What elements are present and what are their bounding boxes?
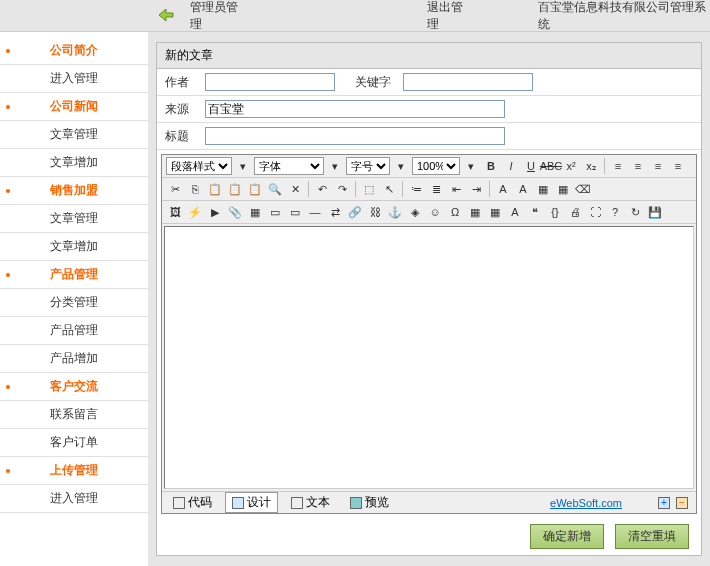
indent-icon[interactable]: ⇥ bbox=[467, 180, 485, 198]
italic-icon[interactable]: I bbox=[502, 157, 520, 175]
print-icon[interactable]: 🖨 bbox=[566, 203, 584, 221]
confirm-button[interactable]: 确定新增 bbox=[530, 524, 604, 549]
hilite-icon[interactable]: ▦ bbox=[554, 180, 572, 198]
cursor-icon[interactable]: ↖ bbox=[380, 180, 398, 198]
sidebar-item[interactable]: 产品增加 bbox=[0, 345, 148, 373]
source-input[interactable] bbox=[205, 100, 505, 118]
strike-icon[interactable]: ABC bbox=[542, 157, 560, 175]
about-icon[interactable]: ? bbox=[606, 203, 624, 221]
font-size-select[interactable]: 字号 bbox=[346, 157, 390, 175]
ul-icon[interactable]: ≣ bbox=[427, 180, 445, 198]
align-right-icon[interactable]: ≡ bbox=[649, 157, 667, 175]
mode-design[interactable]: 设计 bbox=[225, 492, 278, 513]
dropdown-icon[interactable]: ▾ bbox=[326, 157, 344, 175]
form-icon[interactable]: ▭ bbox=[266, 203, 284, 221]
collapse-icon[interactable]: − bbox=[676, 497, 688, 509]
design-mode-icon bbox=[232, 497, 244, 509]
symbol-icon[interactable]: Ω bbox=[446, 203, 464, 221]
art-icon[interactable]: A bbox=[506, 203, 524, 221]
sidebar-item[interactable]: 产品管理 bbox=[0, 261, 148, 289]
cut-icon[interactable]: ✂ bbox=[166, 180, 184, 198]
preview-mode-icon bbox=[350, 497, 362, 509]
select-icon[interactable]: ⬚ bbox=[360, 180, 378, 198]
title-input[interactable] bbox=[205, 127, 505, 145]
clear-button[interactable]: 清空重填 bbox=[615, 524, 689, 549]
sidebar-item[interactable]: 公司简介 bbox=[0, 37, 148, 65]
mode-code[interactable]: 代码 bbox=[166, 492, 219, 513]
sidebar-item[interactable]: 上传管理 bbox=[0, 457, 148, 485]
undo-icon[interactable]: ↶ bbox=[313, 180, 331, 198]
anchor-icon[interactable]: ⚓ bbox=[386, 203, 404, 221]
keyword-input[interactable] bbox=[403, 73, 533, 91]
ewebsoft-link[interactable]: eWebSoft.com bbox=[550, 497, 622, 509]
sidebar-item[interactable]: 分类管理 bbox=[0, 289, 148, 317]
editor-textarea[interactable] bbox=[164, 226, 694, 489]
hr-icon[interactable]: — bbox=[306, 203, 324, 221]
erase-icon[interactable]: ⌫ bbox=[574, 180, 592, 198]
media-icon[interactable]: ▶ bbox=[206, 203, 224, 221]
sidebar-item[interactable]: 联系留言 bbox=[0, 401, 148, 429]
bgcolor-icon[interactable]: ▦ bbox=[534, 180, 552, 198]
button-icon[interactable]: ▭ bbox=[286, 203, 304, 221]
logout-link[interactable]: 退出管理 bbox=[427, 0, 473, 33]
sidebar-item[interactable]: 进入管理 bbox=[0, 65, 148, 93]
backcolor-icon[interactable]: A bbox=[514, 180, 532, 198]
back-arrow-icon[interactable] bbox=[158, 8, 174, 22]
redo-icon[interactable]: ↷ bbox=[333, 180, 351, 198]
sidebar-item[interactable]: 文章增加 bbox=[0, 233, 148, 261]
underline-icon[interactable]: U bbox=[522, 157, 540, 175]
sidebar-item[interactable]: 公司新闻 bbox=[0, 93, 148, 121]
refresh-icon[interactable]: ↻ bbox=[626, 203, 644, 221]
find-icon[interactable]: 🔍 bbox=[266, 180, 284, 198]
file-icon[interactable]: 📎 bbox=[226, 203, 244, 221]
paste-icon[interactable]: 📋 bbox=[206, 180, 224, 198]
sidebar-item[interactable]: 产品管理 bbox=[0, 317, 148, 345]
unlink-icon[interactable]: ⛓ bbox=[366, 203, 384, 221]
dropdown-icon[interactable]: ▾ bbox=[234, 157, 252, 175]
quote-icon[interactable]: ❝ bbox=[526, 203, 544, 221]
forecolor-icon[interactable]: A bbox=[494, 180, 512, 198]
date-icon[interactable]: ▦ bbox=[486, 203, 504, 221]
sidebar-item[interactable]: 文章管理 bbox=[0, 121, 148, 149]
marquee-icon[interactable]: ⇄ bbox=[326, 203, 344, 221]
sidebar-item[interactable]: 进入管理 bbox=[0, 485, 148, 513]
subscript-icon[interactable]: x₂ bbox=[582, 157, 600, 175]
code-icon[interactable]: {} bbox=[546, 203, 564, 221]
flash-icon[interactable]: ⚡ bbox=[186, 203, 204, 221]
image-icon[interactable]: 🖼 bbox=[166, 203, 184, 221]
paste-text-icon[interactable]: 📋 bbox=[226, 180, 244, 198]
dropdown-icon[interactable]: ▾ bbox=[462, 157, 480, 175]
paste-word-icon[interactable]: 📋 bbox=[246, 180, 264, 198]
mode-text[interactable]: 文本 bbox=[284, 492, 337, 513]
ol-icon[interactable]: ≔ bbox=[407, 180, 425, 198]
remove-icon[interactable]: ✕ bbox=[286, 180, 304, 198]
mode-preview[interactable]: 预览 bbox=[343, 492, 396, 513]
align-left-icon[interactable]: ≡ bbox=[609, 157, 627, 175]
author-input[interactable] bbox=[205, 73, 335, 91]
sidebar-item[interactable]: 客户交流 bbox=[0, 373, 148, 401]
fullscreen-icon[interactable]: ⛶ bbox=[586, 203, 604, 221]
sidebar-item[interactable]: 销售加盟 bbox=[0, 177, 148, 205]
copy-icon[interactable]: ⎘ bbox=[186, 180, 204, 198]
table-icon[interactable]: ▦ bbox=[246, 203, 264, 221]
dropdown-icon[interactable]: ▾ bbox=[392, 157, 410, 175]
superscript-icon[interactable]: x² bbox=[562, 157, 580, 175]
sidebar-item[interactable]: 客户订单 bbox=[0, 429, 148, 457]
link-icon[interactable]: 🔗 bbox=[346, 203, 364, 221]
admin-manage-link[interactable]: 管理员管理 bbox=[190, 0, 247, 33]
bold-icon[interactable]: B bbox=[482, 157, 500, 175]
excel-icon[interactable]: ▦ bbox=[466, 203, 484, 221]
font-family-select[interactable]: 字体 bbox=[254, 157, 324, 175]
sidebar-item[interactable]: 文章管理 bbox=[0, 205, 148, 233]
save-icon[interactable]: 💾 bbox=[646, 203, 664, 221]
sidebar-item[interactable]: 文章增加 bbox=[0, 149, 148, 177]
expand-icon[interactable]: + bbox=[658, 497, 670, 509]
zoom-select[interactable]: 100% bbox=[412, 157, 460, 175]
outdent-icon[interactable]: ⇤ bbox=[447, 180, 465, 198]
toolbar-row-2: ✂ ⎘ 📋 📋 📋 🔍 ✕ ↶ ↷ ⬚ ↖ ≔ ≣ ⇤ bbox=[162, 178, 696, 201]
align-center-icon[interactable]: ≡ bbox=[629, 157, 647, 175]
align-justify-icon[interactable]: ≡ bbox=[669, 157, 687, 175]
para-style-select[interactable]: 段落样式 bbox=[166, 157, 232, 175]
emoticon-icon[interactable]: ☺ bbox=[426, 203, 444, 221]
map-icon[interactable]: ◈ bbox=[406, 203, 424, 221]
